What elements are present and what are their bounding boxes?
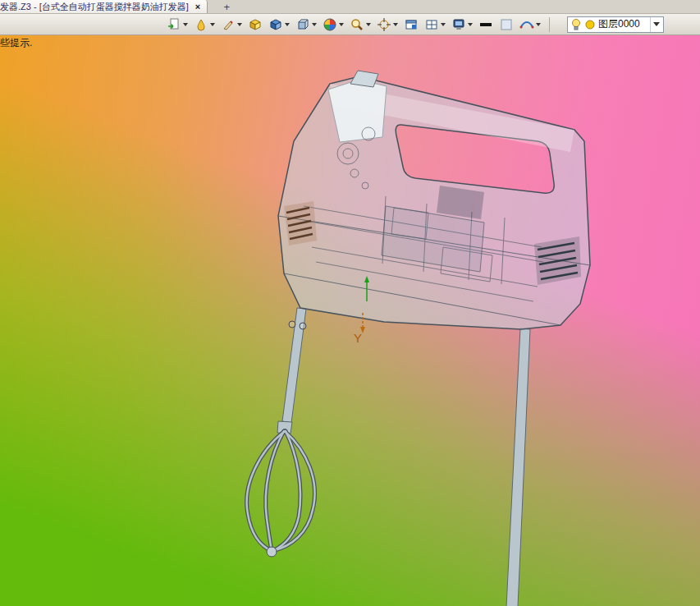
line-width-icon xyxy=(478,17,493,32)
dropdown-arrow-icon xyxy=(441,23,446,26)
axis-y-label: Y xyxy=(354,331,362,345)
color-fill-icon xyxy=(194,17,208,32)
document-tab[interactable]: 发器.Z3 - [台式全自动打蛋器搅拌器奶油打发器] × xyxy=(0,0,208,13)
document-tab-bar: 发器.Z3 - [台式全自动打蛋器搅拌器奶油打发器] × + xyxy=(0,0,700,14)
viewport-3d[interactable]: 些提示. Y xyxy=(0,35,700,606)
dropdown-arrow-icon xyxy=(393,23,398,26)
new-tab-button[interactable]: + xyxy=(219,0,234,13)
render-sphere-icon xyxy=(323,17,337,32)
main-toolbar: 图层0000 xyxy=(0,14,700,35)
cad-window: 发器.Z3 - [台式全自动打蛋器搅拌器奶油打发器] × + xyxy=(0,0,700,606)
dropdown-arrow-icon xyxy=(210,23,215,26)
tool-sketch-pen-button[interactable] xyxy=(220,16,243,34)
tool-face-color-button[interactable] xyxy=(498,16,515,34)
tab-close-button[interactable]: × xyxy=(194,2,202,11)
dropdown-arrow-icon xyxy=(339,23,344,26)
chevron-down-icon xyxy=(653,22,660,26)
layer-combobox[interactable]: 图层0000 xyxy=(567,16,664,33)
dropdown-arrow-icon xyxy=(468,23,473,26)
tool-view-iso-button[interactable] xyxy=(247,16,263,34)
dropdown-arrow-icon xyxy=(237,23,242,26)
tool-view-cube-button[interactable] xyxy=(268,16,291,34)
dropdown-arrow-icon xyxy=(285,23,290,26)
layer-color-swatch-icon xyxy=(584,18,596,31)
dropdown-arrow-icon xyxy=(536,23,541,26)
dropdown-arrow-icon xyxy=(312,23,317,26)
tool-display-monitor-button[interactable] xyxy=(451,16,474,34)
curve-display-icon xyxy=(519,17,534,32)
display-monitor-icon xyxy=(451,17,466,32)
zoom-icon xyxy=(350,17,364,32)
view-iso-cube-icon xyxy=(248,17,263,32)
hand-mixer-model xyxy=(0,35,700,606)
dropdown-arrow-icon xyxy=(366,23,371,26)
layer-combobox-value: 图层0000 xyxy=(598,17,647,31)
split-window-icon xyxy=(424,17,439,32)
window-icon xyxy=(404,17,419,32)
tool-color-button[interactable] xyxy=(193,16,216,34)
import-icon xyxy=(167,17,181,32)
tool-render-button[interactable] xyxy=(322,16,345,34)
document-tab-title: 发器.Z3 - [台式全自动打蛋器搅拌器奶油打发器] xyxy=(0,1,189,13)
locate-point-icon xyxy=(377,17,391,32)
tool-split-window-button[interactable] xyxy=(423,16,446,34)
toolbar-separator xyxy=(549,17,550,32)
tool-zoom-button[interactable] xyxy=(349,16,372,34)
tool-display-mode-button[interactable] xyxy=(295,16,318,34)
tool-line-width-button[interactable] xyxy=(478,16,494,34)
tool-locate-button[interactable] xyxy=(376,16,399,34)
lightbulb-icon xyxy=(570,18,582,31)
hint-text: 些提示. xyxy=(0,36,32,50)
sketch-pen-icon xyxy=(221,17,236,32)
display-mode-cube-icon xyxy=(295,17,310,32)
view-cube-blue-icon xyxy=(268,17,283,32)
layer-combobox-open[interactable] xyxy=(650,17,661,32)
tool-window-button[interactable] xyxy=(403,16,419,34)
face-color-icon xyxy=(499,17,514,32)
tool-import-button[interactable] xyxy=(166,16,189,34)
dropdown-arrow-icon xyxy=(183,23,188,26)
tool-curve-display-button[interactable] xyxy=(519,16,542,34)
